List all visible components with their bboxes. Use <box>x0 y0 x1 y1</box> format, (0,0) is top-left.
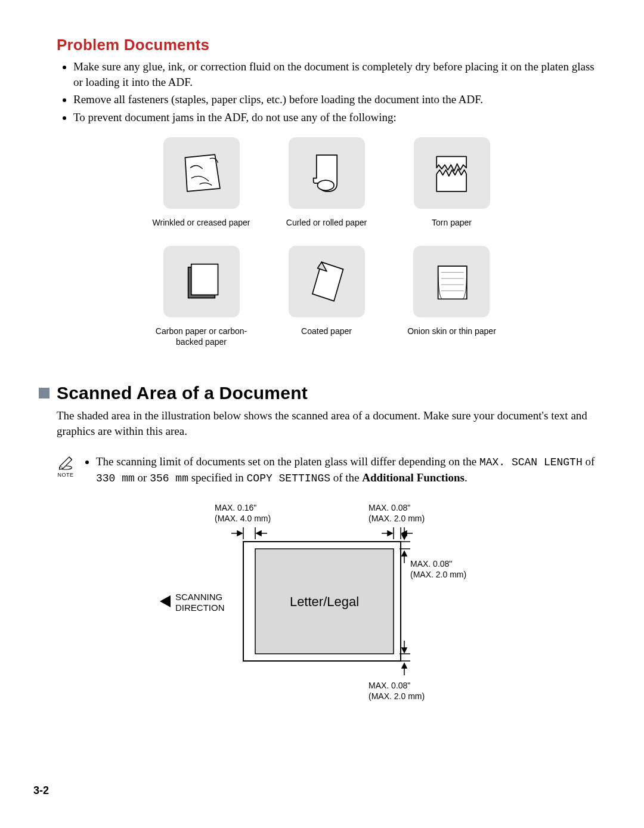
paper-caption: Carbon paper or carbon-backed paper <box>145 326 258 347</box>
paper-cell-curled: Curled or rolled paper <box>286 137 367 228</box>
svg-marker-0 <box>185 155 219 191</box>
paper-cell-wrinkled: Wrinkled or creased paper <box>153 137 250 228</box>
paper-type-grid: Wrinkled or creased paper Curled or roll… <box>145 137 509 348</box>
diagram-scanning-l2: DIRECTION <box>175 603 225 613</box>
note-mono: 330 mm <box>96 472 135 484</box>
svg-marker-32 <box>402 551 407 556</box>
note-span: . <box>465 471 467 484</box>
problem-documents-heading: Problem Documents <box>57 36 596 54</box>
note-span: of <box>583 455 595 468</box>
svg-marker-3 <box>436 169 466 191</box>
svg-marker-28 <box>402 535 407 539</box>
paper-caption: Curled or rolled paper <box>286 217 367 228</box>
paper-cell-torn: Torn paper <box>414 137 490 228</box>
svg-marker-20 <box>388 531 392 536</box>
note-span: The scanning limit of documents set on t… <box>96 455 479 468</box>
torn-paper-icon <box>414 137 490 209</box>
bullet-item: Remove all fasteners (staples, paper cli… <box>73 92 596 107</box>
note-mono: MAX. SCAN LENGTH <box>479 456 583 468</box>
svg-point-1 <box>317 180 334 190</box>
paper-caption: Torn paper <box>432 217 472 228</box>
note-icon: NOTE <box>57 454 75 478</box>
heading-text: Scanned Area of a Document <box>57 383 308 403</box>
svg-marker-34 <box>402 648 407 653</box>
diagram-left-margin-l1: MAX. 0.16" <box>215 503 256 512</box>
wrinkled-paper-icon <box>163 137 240 209</box>
diagram-left-margin-l2: (MAX. 4.0 mm) <box>215 514 271 523</box>
scanned-area-heading: Scanned Area of a Document <box>39 383 596 403</box>
svg-marker-2 <box>436 156 466 171</box>
diagram-bottom-margin-l2: (MAX. 2.0 mm) <box>369 691 425 701</box>
note-span: or <box>135 471 150 484</box>
svg-rect-5 <box>191 264 218 295</box>
diagram-top-margin-l2: (MAX. 2.0 mm) <box>410 570 466 579</box>
diagram-top-margin-l1: MAX. 0.08" <box>410 559 452 569</box>
note-mono: COPY SETTINGS <box>247 472 330 484</box>
note-text: The scanning limit of documents set on t… <box>85 454 596 486</box>
page-number: 3-2 <box>33 784 49 797</box>
scanned-area-body: The shaded area in the illustration belo… <box>57 408 596 438</box>
note-bold: Additional Functions <box>362 471 465 484</box>
svg-marker-38 <box>402 663 407 668</box>
paper-cell-onion: Onion skin or thin paper <box>407 246 496 347</box>
diagram-center-label: Letter/Legal <box>289 594 358 609</box>
paper-cell-carbon: Carbon paper or carbon-backed paper <box>145 246 258 347</box>
bullet-item: To prevent document jams in the ADF, do … <box>73 110 596 125</box>
note-span: of the <box>330 471 362 484</box>
paper-caption: Coated paper <box>301 326 352 336</box>
note-row: NOTE The scanning limit of documents set… <box>57 454 596 486</box>
svg-marker-14 <box>237 531 242 536</box>
coated-paper-icon <box>289 246 365 317</box>
svg-marker-18 <box>256 531 261 536</box>
onion-skin-paper-icon <box>413 246 490 317</box>
scan-area-diagram: MAX. 0.16" (MAX. 4.0 mm) MAX. 0.08" (MAX… <box>57 500 596 715</box>
diagram-scanning-l1: SCANNING <box>175 592 222 602</box>
carbon-paper-icon <box>163 246 240 317</box>
paper-caption: Onion skin or thin paper <box>407 326 496 336</box>
note-mono: 356 mm <box>150 472 188 484</box>
paper-cell-coated: Coated paper <box>289 246 365 347</box>
paper-caption: Wrinkled or creased paper <box>153 217 250 228</box>
diagram-right-margin-l2: (MAX. 2.0 mm) <box>369 514 425 523</box>
svg-marker-6 <box>312 262 343 301</box>
problem-documents-bullets: Make sure any glue, ink, or correction f… <box>57 59 596 125</box>
scanning-direction-arrow-icon <box>160 595 171 607</box>
curled-paper-icon <box>289 137 365 209</box>
note-span: specified in <box>188 471 247 484</box>
bullet-item: Make sure any glue, ink, or correction f… <box>73 59 596 89</box>
heading-square-icon <box>39 388 49 398</box>
note-label: NOTE <box>57 472 73 478</box>
diagram-bottom-margin-l1: MAX. 0.08" <box>369 681 410 690</box>
diagram-right-margin-l1: MAX. 0.08" <box>369 503 410 512</box>
